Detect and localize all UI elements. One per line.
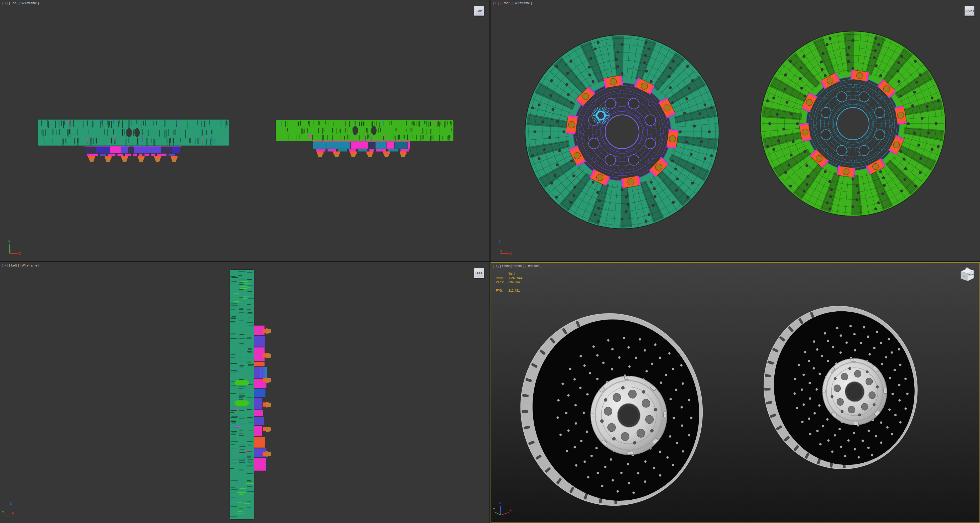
viewcube-left[interactable]: LEFT [474,268,484,278]
viewport-left-view[interactable]: [ + ] [ Left ] [ Wireframe ] LEFT ZYX [0,262,490,523]
vent-slot [234,401,249,405]
stats-fps-value: 212,431 [508,289,520,293]
brake-disc-front-right[interactable] [760,31,945,216]
stats-total-row: Total [496,272,522,276]
orthographic-viewport-scene[interactable] [491,263,980,523]
svg-text:Z: Z [10,502,11,506]
stats-verts-row: Verts: 694 884 [496,280,522,285]
stats-polys-label: Polys: [496,276,508,280]
max-viewport-grid: [ + ] [ Top ] [ Wireframe ] TOP YXZ [ + … [0,0,980,523]
axis-tripod-icon: ZXY [492,237,516,260]
viewport-top-view[interactable]: [ + ] [ Top ] [ Wireframe ] TOP YXZ [0,0,490,261]
axis-tripod-icon: ZXY [493,498,516,521]
svg-text:X: X [12,511,14,515]
viewcube-home-knob[interactable] [966,267,969,269]
svg-text:Z: Z [499,240,501,244]
svg-text:X: X [509,509,512,512]
brake-disc-front-left[interactable] [525,35,719,229]
viewport-orthographic-view[interactable]: [ + ] [ Orthographic ] [ Realistic ] Tot… [490,262,980,523]
stats-polys-value: 1 249 544 [508,276,522,280]
viewcube-top[interactable]: TOP [474,6,484,16]
brake-disc-top-left[interactable] [38,119,229,162]
viewport-front-label[interactable]: [ + ] [ Front ] [ Wireframe ] [493,1,532,5]
stats-total-label: Total [508,272,515,276]
stats-verts-label: Verts: [496,280,508,285]
viewport-top-label[interactable]: [ + ] [ Top ] [ Wireframe ] [2,1,39,5]
svg-text:Y: Y [2,511,4,514]
stats-polys-row: Polys: 1 249 544 [496,276,522,280]
axis-tripod-icon: YXZ [2,237,25,260]
svg-text:Z: Z [10,250,11,253]
brake-disc-top-right[interactable] [276,120,453,157]
svg-text:Y: Y [493,507,495,511]
svg-text:Y: Y [8,240,10,244]
viewcube-3d[interactable]: FRONT LEFT [958,266,977,284]
viewport-front-view[interactable]: [ + ] [ Front ] [ Wireframe ] FRONT ZXY [490,0,980,261]
stats-fps-row: FPS: 212,431 [496,289,522,293]
stats-verts-value: 694 884 [508,280,520,285]
viewport-left-label[interactable]: [ + ] [ Left ] [ Wireframe ] [2,264,39,267]
svg-text:Z: Z [499,501,501,505]
front-viewport-scene[interactable] [490,0,980,261]
viewcube-front[interactable]: FRONT [964,6,975,16]
svg-text:X: X [19,252,21,256]
brake-discs-left-view[interactable] [230,270,271,519]
viewport-orthographic-label[interactable]: [ + ] [ Orthographic ] [ Realistic ] [493,264,541,268]
axis-tripod-icon: ZYX [2,498,25,522]
stats-fps-label: FPS: [496,289,508,293]
svg-text:X: X [509,252,512,256]
svg-text:Y: Y [500,250,502,253]
left-viewport-scene[interactable] [0,262,490,523]
vent-slot [234,380,249,385]
top-viewport-scene[interactable] [0,0,490,261]
statistics-overlay: Total Polys: 1 249 544 Verts: 694 884 FP… [496,272,522,293]
